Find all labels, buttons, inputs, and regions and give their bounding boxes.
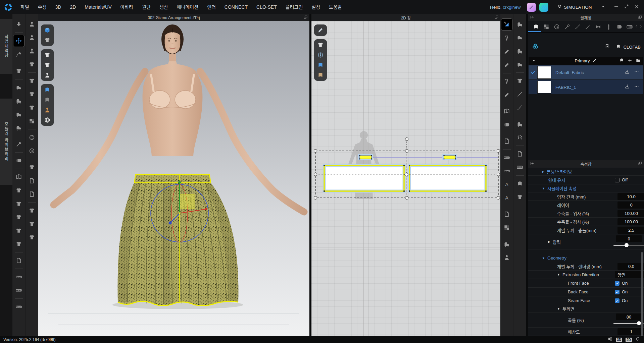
view-cube-icon[interactable] xyxy=(43,26,51,34)
menu-애니메이션[interactable]: 애니메이션 xyxy=(172,0,203,14)
fabric-swatch[interactable] xyxy=(537,66,551,79)
curve-measure-icon[interactable] xyxy=(14,270,24,284)
menu-플러그인[interactable]: 플러그인 xyxy=(281,0,307,14)
restore-icon[interactable] xyxy=(624,4,629,10)
shirt-band-icon[interactable] xyxy=(27,217,37,231)
pen-2d-icon[interactable] xyxy=(316,26,325,34)
pin-tack-icon[interactable] xyxy=(14,137,24,151)
menu-clo-set[interactable]: CLO-SET xyxy=(252,0,281,14)
vest-drape-icon[interactable] xyxy=(14,211,24,224)
value-input[interactable]: 1 xyxy=(617,328,644,335)
slider-value-input[interactable]: 80 xyxy=(616,313,642,320)
move-gizmo-icon[interactable] xyxy=(13,35,24,47)
edit-pattern-icon[interactable] xyxy=(502,32,512,45)
property-row-본딩-스카이빙[interactable]: ▶본딩/스카이빙 xyxy=(528,168,644,176)
menu-수정[interactable]: 수정 xyxy=(34,0,51,14)
shirt-drape-icon[interactable] xyxy=(14,64,24,78)
button-tab-icon[interactable] xyxy=(551,22,562,31)
menu-connect[interactable]: CONNECT xyxy=(220,0,252,14)
pleat-fold-icon[interactable] xyxy=(515,147,525,161)
clo-knot-icon[interactable] xyxy=(532,43,539,51)
collapse-arrow-icon[interactable]: ▼ xyxy=(542,187,545,190)
save-icon[interactable] xyxy=(625,84,630,91)
avatar-tape-icon[interactable] xyxy=(502,251,512,264)
refresh-icon[interactable] xyxy=(635,337,640,343)
menu-3d[interactable]: 3D xyxy=(51,0,66,14)
more-icon[interactable] xyxy=(634,69,639,76)
tab-prev-icon[interactable] xyxy=(635,23,638,30)
collapse-panel-icon[interactable] xyxy=(530,15,534,20)
property-row-개별-두께-충돌-mm-[interactable]: 개별 두께 - 충돌(mm)2.5 xyxy=(528,226,644,234)
checkbox-on[interactable] xyxy=(615,290,620,294)
shirt-measure-icon[interactable] xyxy=(14,300,24,313)
tape-tab-icon[interactable] xyxy=(624,22,635,31)
spring-elastic-icon[interactable] xyxy=(515,131,525,144)
fabric-tab-icon[interactable] xyxy=(531,22,541,31)
edit-point-icon[interactable] xyxy=(502,45,512,58)
curve-lasso-icon[interactable] xyxy=(14,48,24,61)
property-row-수축률-위사-[interactable]: 수축률 - 위사 (%)100.00 xyxy=(528,209,644,218)
show-mannequin-icon[interactable] xyxy=(43,106,51,114)
unfold-roll-icon[interactable] xyxy=(502,118,512,131)
property-row-형태-유지[interactable]: 형태 유지Off xyxy=(528,176,644,184)
popout-icon[interactable] xyxy=(494,15,499,20)
cut-sew-icon[interactable] xyxy=(502,237,512,251)
checkbox-on[interactable] xyxy=(615,298,620,303)
folder-icon[interactable] xyxy=(636,58,641,64)
fabric-roll-icon[interactable] xyxy=(14,154,24,167)
trace-icon[interactable] xyxy=(502,88,512,102)
value-input[interactable]: 100.00 xyxy=(617,210,644,217)
menu-파일[interactable]: 파일 xyxy=(16,0,34,14)
show-garment-icon[interactable] xyxy=(43,51,51,59)
add-point-icon[interactable] xyxy=(502,58,512,72)
property-row-해상도[interactable]: 해상도1 xyxy=(528,328,644,336)
pattern-lift-2d-icon[interactable] xyxy=(502,134,512,148)
popout-icon[interactable] xyxy=(303,15,308,20)
add-fabric-icon[interactable] xyxy=(619,58,624,64)
sheet-stack-icon[interactable] xyxy=(27,187,37,201)
sidebar-tab-history[interactable]: 작업내역창 xyxy=(0,19,12,74)
fold-book-icon[interactable] xyxy=(14,170,24,184)
pin-tab-icon[interactable] xyxy=(562,22,572,31)
print-layout-icon[interactable] xyxy=(502,221,512,234)
puckering-tab-icon[interactable] xyxy=(593,22,603,31)
fabric-front-icon[interactable] xyxy=(43,86,51,94)
sewing-free-machine-icon[interactable] xyxy=(14,108,24,121)
menu-아바타[interactable]: 아바타 xyxy=(116,0,138,14)
skirt-pattern-front[interactable] xyxy=(324,165,405,192)
blouse-drape-icon[interactable] xyxy=(14,237,24,251)
ruler-measure-icon[interactable] xyxy=(14,284,24,297)
property-row-extrusion-direction[interactable]: ▼Extrusion Direction양면 xyxy=(528,271,644,279)
gift-wrap-icon[interactable] xyxy=(515,161,525,174)
add-asset-icon[interactable] xyxy=(605,44,610,50)
gizmo-z-axis[interactable] xyxy=(169,222,172,225)
property-row-front-face[interactable]: Front FaceOn xyxy=(528,279,644,288)
detail-sew-icon[interactable] xyxy=(515,58,525,71)
badge-2d[interactable]: 2D xyxy=(626,338,632,342)
minimize-icon[interactable] xyxy=(614,4,619,10)
property-scrollbar[interactable] xyxy=(641,252,643,343)
shirt-flat-icon[interactable] xyxy=(27,74,37,88)
pin-garment-icon[interactable] xyxy=(43,61,51,69)
text-style-icon[interactable]: A xyxy=(502,191,512,205)
pattern-sheet-icon[interactable] xyxy=(27,174,37,187)
text-icon[interactable]: A xyxy=(502,178,512,191)
popout-icon[interactable] xyxy=(638,161,642,167)
property-row-압력[interactable]: ▶압력0 xyxy=(528,234,644,249)
badge-3d[interactable]: 3D xyxy=(616,338,622,342)
fabric-tan-2d-icon[interactable] xyxy=(316,71,325,79)
avatar-left-arm[interactable] xyxy=(54,71,145,205)
m2m-sew-icon[interactable] xyxy=(515,44,525,58)
jacket-drape-icon[interactable] xyxy=(14,184,24,197)
property-row-시뮬레이션-속성[interactable]: ▼시뮬레이션 속성 xyxy=(528,184,644,192)
clofab-label[interactable]: CLOFAB xyxy=(624,45,641,50)
collapse-arrow-icon[interactable]: ▼ xyxy=(542,256,545,260)
caret-down-icon[interactable] xyxy=(601,4,605,10)
menu-2d[interactable]: 2D xyxy=(65,0,80,14)
property-row-두께면[interactable]: ▼두께면 xyxy=(528,305,644,312)
pencil-icon[interactable] xyxy=(592,58,597,64)
shirt-checker-icon[interactable] xyxy=(27,101,37,114)
shirt-check-icon[interactable] xyxy=(27,161,37,174)
fabric-front-2d-icon[interactable] xyxy=(316,61,325,69)
stitch-tab-icon[interactable] xyxy=(572,22,583,31)
